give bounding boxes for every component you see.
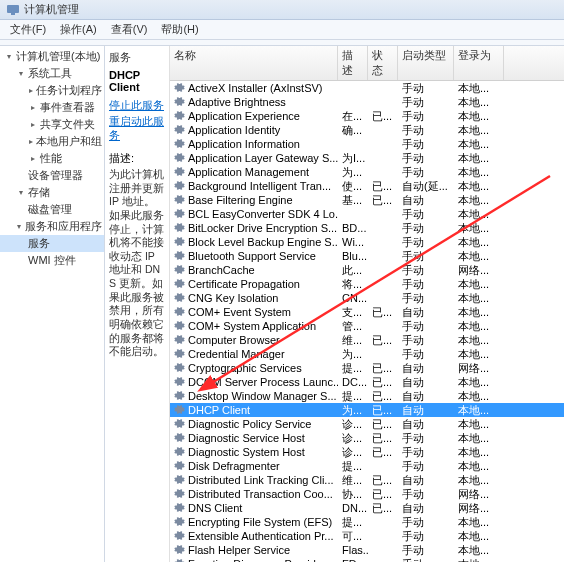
cell-desc: 提... [338, 361, 368, 376]
expander-icon[interactable]: ▾ [16, 69, 25, 78]
service-row[interactable]: Distributed Transaction Coo...协...已...手动… [170, 487, 564, 501]
cell-login: 网络... [454, 361, 504, 376]
cell-name: Adaptive Brightness [170, 96, 338, 109]
expander-icon[interactable]: ▾ [16, 222, 22, 231]
menu-file[interactable]: 文件(F) [4, 21, 52, 38]
cell-status: 已... [368, 333, 398, 348]
service-row[interactable]: BCL EasyConverter SDK 4 Lo...手动本地... [170, 207, 564, 221]
tree-shared-folders[interactable]: ▸共享文件夹 [0, 116, 104, 133]
tree-device-manager[interactable]: 设备管理器 [0, 167, 104, 184]
service-row[interactable]: Encrypting File System (EFS)提...手动本地... [170, 515, 564, 529]
gear-icon [174, 530, 185, 543]
cell-name: COM+ System Application [170, 320, 338, 333]
service-row[interactable]: Certificate Propagation将...手动本地... [170, 277, 564, 291]
service-row[interactable]: Disk Defragmenter提...手动本地... [170, 459, 564, 473]
service-row[interactable]: Application Management为...手动本地... [170, 165, 564, 179]
col-login[interactable]: 登录为 [454, 46, 504, 80]
cell-login: 网络... [454, 263, 504, 278]
service-row[interactable]: Distributed Link Tracking Cli...维...已...… [170, 473, 564, 487]
service-row[interactable]: Function Discovery Provider...FD...手动本地.… [170, 557, 564, 562]
service-row[interactable]: Bluetooth Support ServiceBlu...手动本地... [170, 249, 564, 263]
cell-login: 本地... [454, 151, 504, 166]
service-row[interactable]: Extensible Authentication Pr...可...手动本地.… [170, 529, 564, 543]
cell-login: 本地... [454, 459, 504, 474]
service-row[interactable]: BitLocker Drive Encryption S...BD...手动本地… [170, 221, 564, 235]
service-row[interactable]: DCOM Server Process Launc...DC...已...自动本… [170, 375, 564, 389]
service-row[interactable]: Block Level Backup Engine S...Wi...手动本地.… [170, 235, 564, 249]
service-row[interactable]: BranchCache此...手动网络... [170, 263, 564, 277]
menu-help[interactable]: 帮助(H) [155, 21, 204, 38]
service-row[interactable]: Computer Browser维...已...手动本地... [170, 333, 564, 347]
service-row[interactable]: Credential Manager为...手动本地... [170, 347, 564, 361]
tree-services-apps[interactable]: ▾服务和应用程序 [0, 218, 104, 235]
restart-service-link[interactable]: 重启动此服务 [109, 115, 165, 143]
service-row[interactable]: Application Layer Gateway S...为I...手动本地.… [170, 151, 564, 165]
service-name-text: Diagnostic Service Host [188, 432, 305, 444]
gear-icon [174, 404, 185, 417]
gear-icon [174, 222, 185, 235]
cell-name: Flash Helper Service [170, 544, 338, 557]
service-row[interactable]: Application Identity确...手动本地... [170, 123, 564, 137]
service-name-text: Bluetooth Support Service [188, 250, 316, 262]
cell-name: Diagnostic Policy Service [170, 418, 338, 431]
service-row[interactable]: Application Experience在...已...手动本地... [170, 109, 564, 123]
cell-start: 自动 [398, 375, 454, 390]
service-name-text: Application Management [188, 166, 309, 178]
gear-icon [174, 96, 185, 109]
cell-start: 手动 [398, 81, 454, 96]
tree-services[interactable]: 服务 [0, 235, 104, 252]
service-row[interactable]: Flash Helper ServiceFlas...手动本地... [170, 543, 564, 557]
menu-action[interactable]: 操作(A) [54, 21, 103, 38]
col-start[interactable]: 启动类型 [398, 46, 454, 80]
col-status[interactable]: 状态 [368, 46, 398, 80]
service-row[interactable]: Desktop Window Manager S...提...已...自动本地.… [170, 389, 564, 403]
service-name-text: BranchCache [188, 264, 255, 276]
service-row[interactable]: ActiveX Installer (AxInstSV)手动本地... [170, 81, 564, 95]
gear-icon [174, 180, 185, 193]
expander-icon[interactable]: ▾ [16, 188, 25, 197]
tree-task-scheduler[interactable]: ▸任务计划程序 [0, 82, 104, 99]
service-row[interactable]: Diagnostic Service Host诊...已...手动本地... [170, 431, 564, 445]
expander-icon[interactable]: ▾ [4, 52, 13, 61]
gear-icon [174, 320, 185, 333]
menu-view[interactable]: 查看(V) [105, 21, 154, 38]
tree-root[interactable]: ▾ 计算机管理(本地) [0, 48, 104, 65]
service-row[interactable]: Application Information手动本地... [170, 137, 564, 151]
cell-start: 手动 [398, 445, 454, 460]
cell-start: 手动 [398, 123, 454, 138]
cell-name: BitLocker Drive Encryption S... [170, 222, 338, 235]
service-row[interactable]: Base Filtering Engine基...已...自动本地... [170, 193, 564, 207]
tree-storage[interactable]: ▾存储 [0, 184, 104, 201]
col-name[interactable]: 名称 [170, 46, 338, 80]
gear-icon [174, 516, 185, 529]
tree-performance[interactable]: ▸性能 [0, 150, 104, 167]
service-name-text: DCOM Server Process Launc... [188, 376, 338, 388]
service-row[interactable]: Cryptographic Services提...已...自动网络... [170, 361, 564, 375]
tree-system-tools[interactable]: ▾ 系统工具 [0, 65, 104, 82]
gear-icon [174, 292, 185, 305]
tree-local-users[interactable]: ▸本地用户和组 [0, 133, 104, 150]
service-row[interactable]: Diagnostic Policy Service诊...已...自动本地... [170, 417, 564, 431]
tree-wmi[interactable]: WMI 控件 [0, 252, 104, 269]
gear-icon [174, 348, 185, 361]
cell-name: Background Intelligent Tran... [170, 180, 338, 193]
cell-name: Desktop Window Manager S... [170, 390, 338, 403]
info-panel-title: 服务 [109, 50, 165, 65]
list-body[interactable]: ActiveX Installer (AxInstSV)手动本地...Adapt… [170, 81, 564, 562]
service-row[interactable]: COM+ System Application管...手动本地... [170, 319, 564, 333]
col-desc[interactable]: 描述 [338, 46, 368, 80]
service-row[interactable]: COM+ Event System支...已...自动本地... [170, 305, 564, 319]
service-row[interactable]: DNS ClientDN...已...自动网络... [170, 501, 564, 515]
service-name-text: Application Identity [188, 124, 280, 136]
service-row[interactable]: Background Intelligent Tran...使...已...自动… [170, 179, 564, 193]
service-row[interactable]: Diagnostic System Host诊...已...手动本地... [170, 445, 564, 459]
stop-service-link[interactable]: 停止此服务 [109, 99, 165, 113]
service-row[interactable]: CNG Key IsolationCN...手动本地... [170, 291, 564, 305]
tree-event-viewer[interactable]: ▸事件查看器 [0, 99, 104, 116]
cell-name: Disk Defragmenter [170, 460, 338, 473]
service-row[interactable]: Adaptive Brightness手动本地... [170, 95, 564, 109]
service-row[interactable]: DHCP Client为...已...自动本地... [170, 403, 564, 417]
tree-disk-management[interactable]: 磁盘管理 [0, 201, 104, 218]
service-name-text: Application Experience [188, 110, 300, 122]
cell-name: Encrypting File System (EFS) [170, 516, 338, 529]
